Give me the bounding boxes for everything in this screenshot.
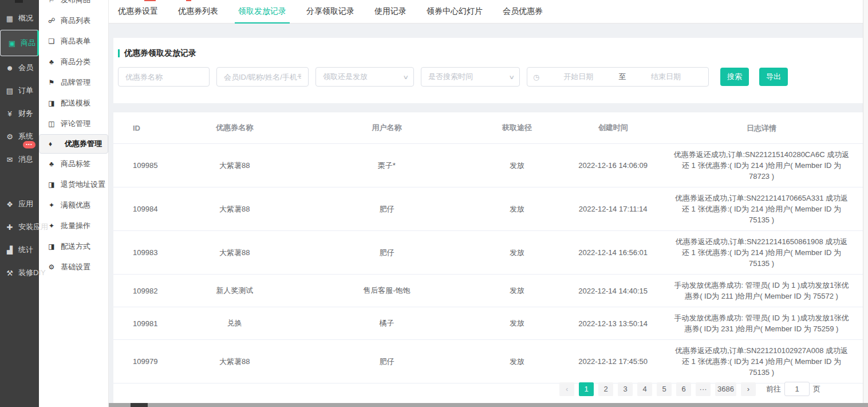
column-header: 优惠券名称 bbox=[177, 123, 293, 133]
sidebar-item-install-apps[interactable]: ✚安装应用 bbox=[0, 216, 39, 238]
sidebar-item-apps[interactable]: ❖应用 bbox=[0, 193, 39, 216]
cell-log: 优惠券返还成功,订单:SN2212141650861908 成功返还 1 张优惠… bbox=[673, 236, 850, 269]
submenu-item-label: 品牌管理 bbox=[61, 77, 90, 88]
sidebar-item-orders[interactable]: ▤订单 bbox=[0, 79, 39, 102]
sidebar-item-label: 消息 bbox=[18, 154, 33, 165]
page-button-5[interactable]: 5 bbox=[657, 382, 672, 396]
sidebar-item-label: 装修DIY bbox=[18, 268, 46, 278]
sidebar-item-goods[interactable]: ▣商品 bbox=[0, 30, 39, 56]
date-range-picker[interactable]: ◷ 开始日期 至 结束日期 bbox=[527, 67, 709, 87]
tab-share-records[interactable]: 分享领取记录 bbox=[306, 0, 354, 23]
cell-channel: 发放 bbox=[481, 357, 554, 367]
submenu-item-coupon-manage[interactable]: ♦优惠券管理 bbox=[39, 134, 108, 154]
goods-form-icon: ❏ bbox=[48, 37, 56, 45]
horizontal-scrollbar[interactable] bbox=[109, 403, 868, 407]
cell-time: 2022-12-16 14:06:09 bbox=[553, 161, 673, 170]
table-row: 109985大紫薯88栗子*发放2022-12-16 14:06:09优惠券返还… bbox=[113, 144, 863, 187]
coupon-name-input[interactable] bbox=[118, 67, 210, 87]
sidebar-item-overview[interactable]: ▦概况 bbox=[0, 7, 39, 30]
time-search-select[interactable]: 是否搜索时间 ∨ bbox=[421, 67, 520, 87]
goto-label: 前往 bbox=[766, 384, 781, 394]
tab-coupon-settings[interactable]: 优惠券设置 bbox=[118, 0, 158, 23]
orders-icon: ▤ bbox=[5, 87, 14, 95]
receive-type-select[interactable]: 领取还是发放 ∨ bbox=[315, 67, 414, 87]
delivery-method-icon: ◨ bbox=[48, 242, 56, 251]
cell-id: 109984 bbox=[126, 205, 177, 213]
page-button-1[interactable]: 1 bbox=[579, 382, 594, 396]
tab-coupon-center-slides[interactable]: 领券中心幻灯片 bbox=[427, 0, 483, 23]
filter-row: 领取还是发放 ∨ 是否搜索时间 ∨ ◷ 开始日期 至 结束日期 搜索 导出 bbox=[113, 67, 863, 87]
tab-use-records[interactable]: 使用记录 bbox=[374, 0, 407, 23]
cell-log: 手动发放优惠券成功: 管理员( ID 为 1 )成功发放1张优惠券( ID为 2… bbox=[673, 312, 850, 334]
cutoff-top-icon bbox=[15, 0, 23, 3]
table-body: 109985大紫薯88栗子*发放2022-12-16 14:06:09优惠券返还… bbox=[113, 144, 863, 383]
page-button-3[interactable]: 3 bbox=[618, 382, 633, 396]
table-header: ID优惠券名称用户名称获取途径创建时间日志详情 bbox=[113, 112, 863, 144]
cell-id: 109983 bbox=[126, 248, 177, 257]
diy-icon: ⚒ bbox=[5, 269, 14, 277]
submenu-item-label: 商品列表 bbox=[61, 15, 90, 26]
cell-user: 肥仔 bbox=[293, 248, 481, 258]
submenu-item-goods-list[interactable]: ☍商品列表 bbox=[39, 10, 108, 31]
receive-type-placeholder: 领取还是发放 bbox=[323, 72, 368, 82]
goods-category-icon: ♣ bbox=[48, 58, 56, 66]
cell-log: 优惠券返还成功,订单:SN221214170665A331 成功返还 1 张优惠… bbox=[673, 193, 850, 225]
goods-icon: ▣ bbox=[7, 39, 17, 48]
cell-log: 优惠券返还成功,订单:SN221215140280CA6C 成功返还 1 张优惠… bbox=[673, 149, 850, 182]
stats-icon: ▟ bbox=[5, 246, 14, 255]
chevron-down-icon: ∨ bbox=[403, 74, 409, 80]
prev-page-button[interactable]: ‹ bbox=[559, 382, 574, 396]
vertical-scrollbar[interactable] bbox=[863, 0, 868, 403]
member-search-input[interactable] bbox=[216, 67, 309, 87]
sidebar-item-diy[interactable]: ⚒装修DIY bbox=[0, 261, 39, 284]
chevron-down-icon: ∨ bbox=[508, 74, 515, 80]
submenu-item-comments[interactable]: ◫评论管理 bbox=[39, 114, 108, 134]
sidebar-item-messages[interactable]: ✉消息 bbox=[0, 148, 39, 171]
cell-coupon: 大紫薯88 bbox=[177, 161, 293, 171]
column-header: 获取途径 bbox=[481, 123, 554, 133]
table-row: 109982新人奖测试售后客服-饱饱发放2022-12-14 14:40:15手… bbox=[113, 275, 863, 307]
submenu-item-label: 批量操作 bbox=[61, 221, 90, 231]
page-button-4[interactable]: 4 bbox=[637, 382, 652, 396]
submenu-item-goods-form[interactable]: ❏商品表单 bbox=[39, 31, 108, 52]
sidebar-item-members[interactable]: ☻会员 bbox=[0, 56, 39, 79]
cutoff-red-marker bbox=[144, 0, 156, 1]
cell-channel: 发放 bbox=[481, 204, 554, 214]
horizontal-scrollbar-thumb[interactable] bbox=[131, 403, 148, 407]
pagination: ‹123456···3686›前往页 bbox=[559, 382, 820, 396]
sidebar-item-stats[interactable]: ▟统计 bbox=[0, 238, 39, 261]
goto-page-input[interactable] bbox=[784, 382, 810, 396]
cell-id: 109979 bbox=[126, 357, 177, 366]
tab-receive-records[interactable]: 领取发放记录 bbox=[238, 0, 286, 23]
page-button-2[interactable]: 2 bbox=[598, 382, 613, 396]
cell-id: 109981 bbox=[126, 319, 177, 328]
sidebar-item-finance[interactable]: ¥财务 bbox=[0, 102, 39, 125]
cell-time: 2022-12-14 16:56:01 bbox=[553, 248, 673, 257]
next-page-button[interactable]: › bbox=[741, 382, 756, 396]
return-address-icon: ◨ bbox=[48, 181, 56, 189]
submenu-item-label: 基础设置 bbox=[61, 262, 90, 272]
tab-coupon-list[interactable]: 优惠券列表 bbox=[178, 0, 218, 23]
submenu-item-delivery-template[interactable]: ◨配送模板 bbox=[39, 93, 108, 114]
submenu-item-brand[interactable]: ⚑品牌管理 bbox=[39, 72, 108, 93]
submenu-item-delivery-method[interactable]: ◨配送方式 bbox=[39, 236, 108, 257]
page-button-6[interactable]: 6 bbox=[676, 382, 691, 396]
tab-member-coupons[interactable]: 会员优惠券 bbox=[503, 0, 543, 23]
page-button-3686[interactable]: 3686 bbox=[715, 382, 736, 396]
submenu-item-goods-tag[interactable]: ♣商品标签 bbox=[39, 154, 108, 174]
export-button[interactable]: 导出 bbox=[759, 68, 788, 86]
submenu-item-goods-category[interactable]: ♣商品分类 bbox=[39, 52, 108, 72]
cell-coupon: 大紫薯88 bbox=[177, 204, 293, 214]
primary-sidebar: ▦概况▣商品☻会员▤订单¥财务⚙系统✉消息❖应用✚安装应用▟统计⚒装修DIY •… bbox=[0, 0, 39, 407]
submenu-item-basic-settings[interactable]: ⚙基础设置 bbox=[39, 257, 108, 277]
submenu-item-publish-goods[interactable]: ⚐发布商品 bbox=[39, 0, 108, 10]
cell-user: 橘子 bbox=[293, 318, 481, 328]
page-ellipsis[interactable]: ··· bbox=[696, 382, 711, 396]
goto-page: 前往页 bbox=[766, 382, 820, 396]
start-date-placeholder: 开始日期 bbox=[542, 72, 615, 82]
submenu-item-label: 配送方式 bbox=[61, 241, 90, 252]
submenu-item-batch-ops[interactable]: ✦批量操作 bbox=[39, 216, 108, 236]
submenu-item-full-discount[interactable]: ✦满额优惠 bbox=[39, 195, 108, 216]
search-button[interactable]: 搜索 bbox=[720, 68, 749, 86]
submenu-item-return-address[interactable]: ◨退货地址设置 bbox=[39, 174, 108, 195]
